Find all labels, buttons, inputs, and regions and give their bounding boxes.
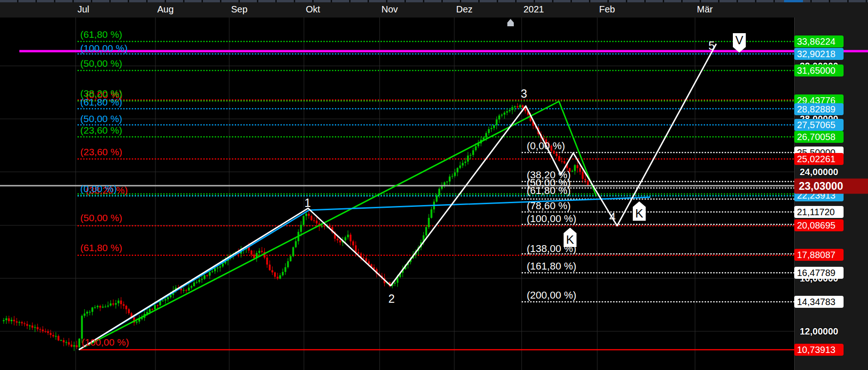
price-level-label: 27,57065 [794, 119, 844, 131]
price-level-label: 20,08695 [794, 219, 844, 231]
fib-level-label: (61,80 %) [80, 97, 122, 108]
fib-level-label: (138,00 %) [527, 243, 577, 255]
fib-level-label: (100,00 %) [527, 213, 577, 225]
chart-canvas[interactable]: KKV [0, 0, 868, 370]
price-level-label: 31,65000 [794, 65, 844, 76]
fib-level-label: (50,00 %) [80, 212, 122, 223]
sell-marker-flag[interactable]: V [733, 33, 746, 53]
price-level-label: 21,11720 [794, 206, 844, 218]
fib-level-label: (161,80 %) [527, 260, 577, 272]
wave-number-label: 1 [304, 196, 311, 210]
chart-window: JulAugSepOktNovDez2021FebMär KKV (61,80 … [0, 0, 868, 370]
price-level-label: 26,70058 [794, 131, 844, 143]
fib-level-label: (50,00 %) [80, 58, 122, 69]
current-price-label: 23,03000 [794, 179, 868, 194]
wave-number-label: 5 [708, 39, 715, 53]
fib-level-label: (23,60 %) [80, 147, 122, 158]
fib-level-label: (23,60 %) [80, 125, 122, 136]
axis-tick-label: 12,00000 [800, 326, 838, 337]
price-level-label: 25,02261 [794, 153, 844, 165]
fib-level-label: (100,00 %) [80, 43, 128, 54]
scroll-indicator-icon[interactable] [507, 19, 514, 26]
fib-level-label: (0,00 %) [527, 140, 565, 152]
svg-text:K: K [635, 206, 643, 220]
fib-level-label: (200,00 %) [527, 289, 577, 301]
price-level-label: 33,86224 [794, 35, 844, 47]
candlestick-series [3, 103, 589, 351]
price-level-label: 28,82889 [794, 103, 844, 115]
axis-tick-label: 24,00000 [800, 167, 838, 177]
fib-level-label: (61,80 %) [80, 29, 122, 40]
price-level-label: 14,34783 [794, 296, 844, 308]
price-level-label: 10,73913 [794, 344, 844, 356]
fib-level-label: (0,00 %) [80, 183, 117, 194]
elliott-wave-line[interactable] [79, 44, 716, 350]
buy-marker-flag[interactable]: K [633, 201, 646, 221]
fib-level-label: (61,80 %) [527, 185, 571, 197]
fib-level-label: (61,80 %) [80, 242, 122, 253]
wave-number-label: 2 [388, 292, 395, 305]
price-level-label: 32,90218 [794, 48, 844, 60]
price-level-label: 16,47789 [794, 267, 844, 279]
price-level-label: 17,88087 [794, 249, 844, 261]
svg-text:V: V [735, 33, 743, 47]
fib-level-label: (78,60 %) [527, 200, 571, 212]
wave-number-label: 3 [521, 87, 527, 100]
fib-level-label: (100,00 %) [82, 337, 129, 348]
fib-level-label: (50,00 %) [80, 113, 122, 124]
wave-number-label: 4 [609, 211, 616, 224]
